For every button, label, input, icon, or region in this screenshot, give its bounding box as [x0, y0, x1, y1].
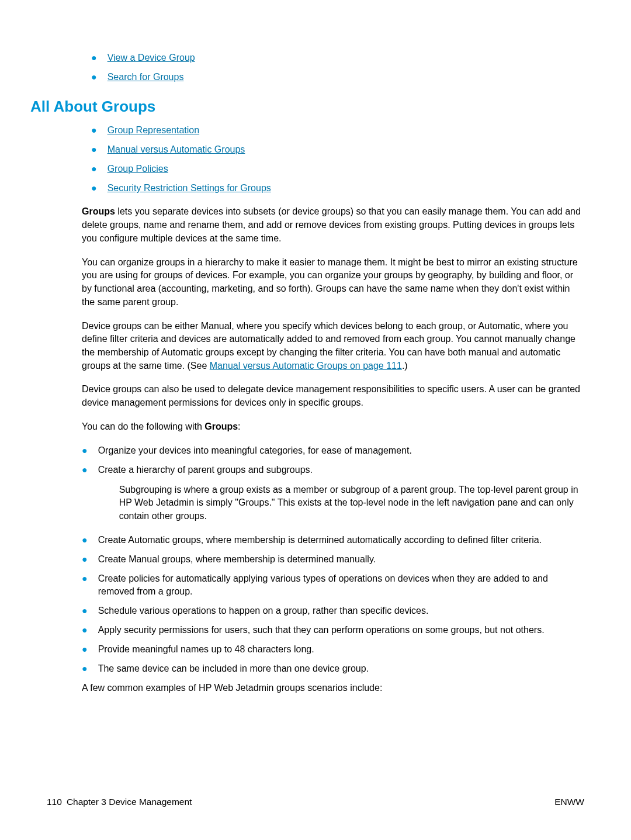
list-item: ● The same device can be included in mor…: [82, 662, 584, 675]
list-item: ● Provide meaningful names up to 48 char…: [82, 643, 584, 656]
bold-text: Groups: [204, 421, 238, 431]
bullet-icon: ●: [82, 624, 88, 637]
list-item: ● Create policies for automatically appl…: [82, 572, 584, 598]
bullet-icon: ●: [91, 51, 97, 64]
list-item: ● Organize your devices into meaningful …: [82, 444, 584, 457]
bullet-icon: ●: [91, 163, 97, 175]
chapter-label: Chapter 3 Device Management: [67, 797, 192, 807]
bullet-text: Schedule various operations to happen on…: [98, 604, 584, 617]
list-item: ● Apply security permissions for users, …: [82, 624, 584, 637]
list-item: ● Manual versus Automatic Groups: [91, 143, 584, 156]
body-text: You can do the following with: [82, 421, 204, 431]
link-manual-vs-automatic[interactable]: Manual versus Automatic Groups: [108, 144, 245, 154]
bullet-icon: ●: [82, 572, 88, 585]
bullet-text: Create Manual groups, where membership i…: [98, 553, 584, 566]
paragraph: Device groups can be either Manual, wher…: [82, 320, 584, 373]
list-item: ● Create Manual groups, where membership…: [82, 553, 584, 566]
bullet-icon: ●: [82, 444, 88, 457]
bullet-main-text: Create a hierarchy of parent groups and …: [98, 465, 313, 475]
bullet-text: Apply security permissions for users, su…: [98, 624, 584, 637]
link-search-for-groups[interactable]: Search for Groups: [108, 72, 184, 82]
body-text: :: [238, 421, 240, 431]
list-item: ● Create a hierarchy of parent groups an…: [82, 464, 584, 523]
link-security-restriction[interactable]: Security Restriction Settings for Groups: [108, 183, 271, 193]
paragraph: You can organize groups in a hierarchy t…: [82, 256, 584, 309]
footer-left: 110 Chapter 3 Device Management: [47, 797, 192, 807]
list-item: ● Group Policies: [91, 163, 584, 175]
paragraph: Groups lets you separate devices into su…: [82, 205, 584, 245]
list-item: ● Group Representation: [91, 124, 584, 137]
section-link-list: ● Group Representation ● Manual versus A…: [91, 124, 584, 195]
top-link-list: ● View a Device Group ● Search for Group…: [91, 51, 584, 84]
bullet-text: Create policies for automatically applyi…: [98, 572, 584, 598]
bullet-text: Organize your devices into meaningful ca…: [98, 444, 584, 457]
list-item: ● Create Automatic groups, where members…: [82, 534, 584, 547]
section-heading: All About Groups: [30, 98, 584, 116]
page-footer: 110 Chapter 3 Device Management ENWW: [47, 797, 584, 807]
link-view-device-group[interactable]: View a Device Group: [108, 53, 195, 63]
bullet-icon: ●: [82, 464, 88, 476]
bullet-icon: ●: [82, 604, 88, 617]
list-item: ● View a Device Group: [91, 51, 584, 64]
bullet-icon: ●: [82, 662, 88, 675]
sub-paragraph: Subgrouping is where a group exists as a…: [119, 483, 584, 523]
feature-list: ● Organize your devices into meaningful …: [82, 444, 584, 676]
body-text: .): [402, 361, 408, 371]
page-content: ● View a Device Group ● Search for Group…: [0, 0, 631, 695]
bullet-icon: ●: [82, 534, 88, 547]
bullet-icon: ●: [91, 182, 97, 195]
paragraph: You can do the following with Groups:: [82, 420, 584, 434]
bullet-text: The same device can be included in more …: [98, 662, 584, 675]
bullet-text: Provide meaningful names up to 48 charac…: [98, 643, 584, 656]
bullet-icon: ●: [91, 143, 97, 156]
bold-text: Groups: [82, 206, 115, 216]
page-number: 110: [47, 797, 62, 807]
body-text: lets you separate devices into subsets (…: [82, 206, 581, 243]
paragraph: A few common examples of HP Web Jetadmin…: [82, 682, 584, 695]
bullet-icon: ●: [82, 643, 88, 656]
bullet-text: Create a hierarchy of parent groups and …: [98, 464, 584, 523]
list-item: ● Search for Groups: [91, 71, 584, 84]
bullet-icon: ●: [91, 71, 97, 84]
bullet-text: Create Automatic groups, where membershi…: [98, 534, 584, 547]
link-group-representation[interactable]: Group Representation: [108, 125, 199, 135]
footer-right: ENWW: [554, 797, 584, 807]
bullet-icon: ●: [82, 553, 88, 566]
paragraph: Device groups can also be used to delega…: [82, 383, 584, 409]
list-item: ● Security Restriction Settings for Grou…: [91, 182, 584, 195]
link-group-policies[interactable]: Group Policies: [108, 164, 168, 174]
list-item: ● Schedule various operations to happen …: [82, 604, 584, 617]
bullet-icon: ●: [91, 124, 97, 137]
link-manual-vs-automatic-inline[interactable]: Manual versus Automatic Groups on page 1…: [210, 361, 402, 371]
